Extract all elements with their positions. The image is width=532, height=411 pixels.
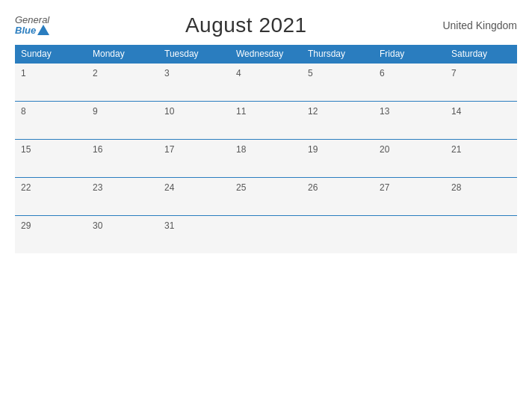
day-number: 12 <box>308 106 318 117</box>
day-number: 31 <box>164 220 174 231</box>
day-number: 3 <box>164 68 170 78</box>
calendar-day-cell <box>302 216 374 254</box>
day-number: 23 <box>93 182 102 193</box>
calendar-day-cell: 19 <box>302 140 374 178</box>
day-number: 22 <box>21 182 31 193</box>
calendar-day-cell: 27 <box>374 178 445 216</box>
col-tuesday: Tuesday <box>158 45 230 64</box>
calendar-day-cell: 23 <box>87 178 158 216</box>
col-friday: Friday <box>374 45 445 64</box>
day-number: 21 <box>451 144 461 155</box>
calendar-day-cell <box>374 216 445 254</box>
calendar-day-cell: 24 <box>158 178 230 216</box>
day-number: 20 <box>380 144 389 155</box>
col-saturday: Saturday <box>445 45 517 64</box>
day-number: 4 <box>236 68 241 78</box>
calendar-day-cell <box>445 216 517 254</box>
calendar-day-cell: 20 <box>374 140 445 178</box>
col-monday: Monday <box>87 45 158 64</box>
day-number: 6 <box>380 68 385 78</box>
day-number: 11 <box>236 106 246 117</box>
calendar-page: General Blue August 2021 United Kingdom … <box>0 0 532 411</box>
calendar-day-cell: 6 <box>374 64 445 102</box>
calendar-week-row: 293031 <box>15 216 517 254</box>
calendar-week-row: 891011121314 <box>15 102 517 140</box>
calendar-table: Sunday Monday Tuesday Wednesday Thursday… <box>15 45 517 253</box>
calendar-day-cell: 1 <box>15 64 87 102</box>
calendar-day-cell: 16 <box>87 140 158 178</box>
day-number: 14 <box>451 106 461 117</box>
col-sunday: Sunday <box>15 45 87 64</box>
calendar-day-cell: 15 <box>15 140 87 178</box>
col-wednesday: Wednesday <box>230 45 302 64</box>
calendar-day-cell: 31 <box>158 216 230 254</box>
calendar-day-cell: 25 <box>230 178 302 216</box>
month-title: August 2021 <box>185 13 307 37</box>
calendar-day-cell: 14 <box>445 102 517 140</box>
day-number: 5 <box>308 68 313 78</box>
day-number: 1 <box>21 68 26 78</box>
day-number: 17 <box>164 144 174 155</box>
country-label: United Kingdom <box>442 19 517 31</box>
day-number: 25 <box>236 182 246 193</box>
day-number: 13 <box>380 106 389 117</box>
day-number: 30 <box>93 220 102 231</box>
calendar-day-cell: 22 <box>15 178 87 216</box>
calendar-day-cell: 26 <box>302 178 374 216</box>
day-number: 19 <box>308 144 318 155</box>
day-number: 15 <box>21 144 31 155</box>
day-number: 29 <box>21 220 31 231</box>
calendar-header-row: Sunday Monday Tuesday Wednesday Thursday… <box>15 45 517 64</box>
calendar-day-cell <box>230 216 302 254</box>
calendar-day-cell: 3 <box>158 64 230 102</box>
logo-general-text: General <box>15 15 49 25</box>
logo: General Blue <box>15 15 49 36</box>
calendar-week-row: 22232425262728 <box>15 178 517 216</box>
calendar-day-cell: 18 <box>230 140 302 178</box>
day-number: 2 <box>93 68 98 78</box>
calendar-week-row: 15161718192021 <box>15 140 517 178</box>
day-number: 10 <box>164 106 174 117</box>
day-number: 24 <box>164 182 174 193</box>
calendar-day-cell: 29 <box>15 216 87 254</box>
logo-triangle-icon <box>37 25 49 35</box>
calendar-day-cell: 30 <box>87 216 158 254</box>
day-number: 7 <box>451 68 457 78</box>
calendar-day-cell: 10 <box>158 102 230 140</box>
calendar-day-cell: 4 <box>230 64 302 102</box>
day-number: 9 <box>93 106 98 117</box>
calendar-week-row: 1234567 <box>15 64 517 102</box>
calendar-day-cell: 17 <box>158 140 230 178</box>
day-number: 16 <box>93 144 102 155</box>
day-number: 8 <box>21 106 26 117</box>
day-number: 27 <box>380 182 389 193</box>
calendar-day-cell: 5 <box>302 64 374 102</box>
calendar-day-cell: 8 <box>15 102 87 140</box>
calendar-day-cell: 21 <box>445 140 517 178</box>
header: General Blue August 2021 United Kingdom <box>15 13 517 37</box>
calendar-day-cell: 28 <box>445 178 517 216</box>
calendar-day-cell: 11 <box>230 102 302 140</box>
calendar-day-cell: 7 <box>445 64 517 102</box>
calendar-day-cell: 13 <box>374 102 445 140</box>
day-number: 28 <box>451 182 461 193</box>
day-number: 18 <box>236 144 246 155</box>
day-number: 26 <box>308 182 318 193</box>
calendar-day-cell: 9 <box>87 102 158 140</box>
calendar-day-cell: 12 <box>302 102 374 140</box>
col-thursday: Thursday <box>302 45 374 64</box>
logo-blue-text: Blue <box>15 25 49 36</box>
calendar-day-cell: 2 <box>87 64 158 102</box>
